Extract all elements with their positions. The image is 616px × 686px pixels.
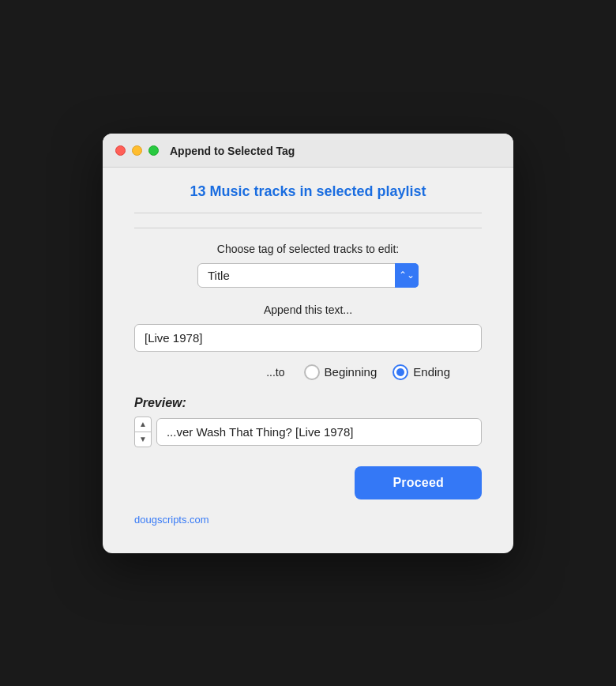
to-label: ...to [266,366,284,379]
tag-select[interactable]: Title Artist Album Genre Year Comment [197,263,419,288]
preview-label: Preview: [134,396,482,410]
footer: dougscripts.com [134,512,482,530]
stepper-up-button[interactable]: ▲ [135,417,151,432]
maximize-button[interactable] [148,145,159,156]
preview-text-input[interactable] [156,418,482,446]
minimize-button[interactable] [132,145,142,156]
app-window: Append to Selected Tag 13 Music tracks i… [103,134,513,553]
divider [134,228,482,228]
beginning-radio[interactable] [304,364,320,380]
track-count-label: 13 Music tracks in selected playlist [134,183,482,213]
dougscripts-link[interactable]: dougscripts.com [134,514,209,526]
window-title: Append to Selected Tag [170,145,295,157]
choose-tag-label: Choose tag of selected tracks to edit: [134,243,482,255]
append-text-input[interactable] [134,324,482,352]
preview-stepper[interactable]: ▲ ▼ [134,416,152,447]
proceed-row: Proceed [134,466,482,499]
append-label: Append this text... [134,303,482,316]
ending-label: Ending [413,365,450,379]
position-row: ...to Beginning Ending [134,364,482,380]
preview-row: ▲ ▼ [134,416,482,447]
title-bar: Append to Selected Tag [103,134,513,168]
stepper-down-button[interactable]: ▼ [135,432,151,447]
proceed-button[interactable]: Proceed [355,466,482,499]
tag-select-wrapper: Title Artist Album Genre Year Comment ▲ … [134,263,482,288]
ending-option[interactable]: Ending [393,364,450,380]
close-button[interactable] [115,145,126,156]
beginning-label: Beginning [325,365,377,379]
beginning-option[interactable]: Beginning [304,364,377,380]
tag-select-container: Title Artist Album Genre Year Comment ▲ … [197,263,419,288]
ending-radio[interactable] [393,364,408,380]
content-area: 13 Music tracks in selected playlist Cho… [103,168,513,553]
